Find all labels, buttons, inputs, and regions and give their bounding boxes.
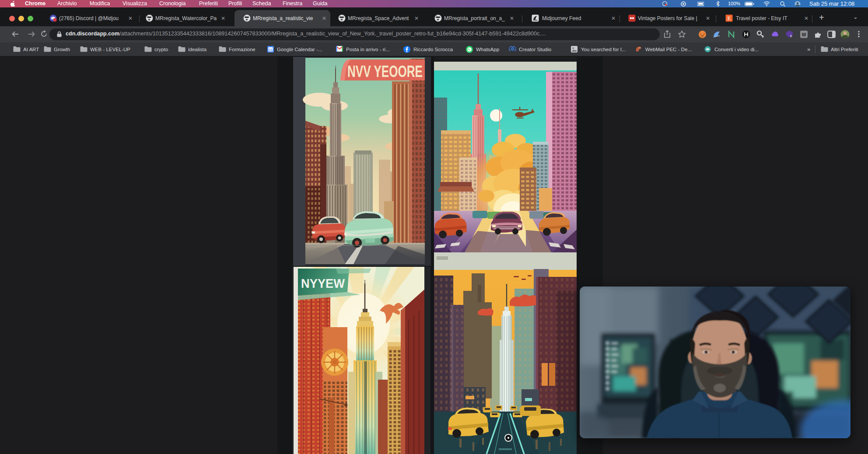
svg-text:5: 5: [790, 35, 792, 38]
svg-text:NYYEW: NYYEW: [301, 276, 345, 290]
svg-text:31: 31: [269, 48, 273, 51]
svg-text:NVV YEOORE: NVV YEOORE: [347, 63, 423, 80]
svg-text:E: E: [728, 15, 731, 21]
svg-text:M: M: [802, 32, 806, 37]
